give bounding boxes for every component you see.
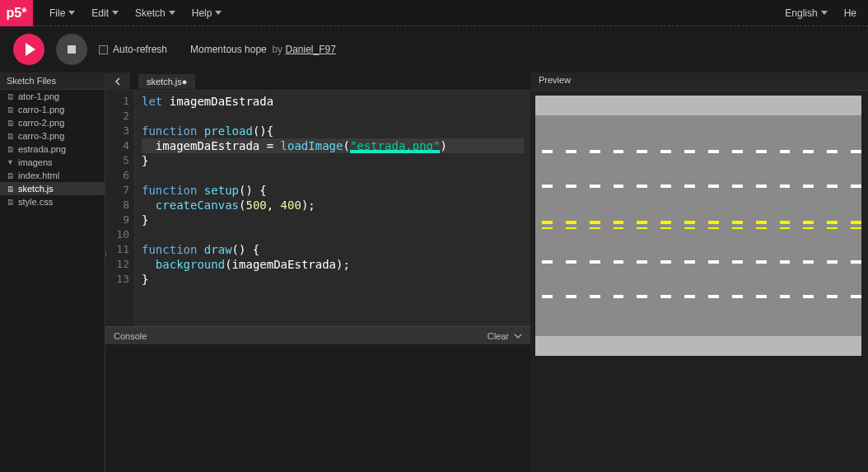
author-link[interactable]: Daniel_F97 xyxy=(285,44,335,55)
top-menu-bar: p5* File Edit Sketch Help English He xyxy=(0,0,868,26)
checkbox-icon xyxy=(99,45,108,54)
file-item[interactable]: 🗎estrada.png xyxy=(0,143,105,156)
chevron-down-icon xyxy=(169,11,175,15)
folder-icon: ▼ xyxy=(7,158,15,166)
by-text: by xyxy=(272,44,282,55)
play-button[interactable] xyxy=(13,34,44,65)
console-header: Console Clear xyxy=(105,326,530,344)
console-body[interactable] xyxy=(105,344,530,472)
chevron-down-icon xyxy=(68,11,75,15)
right-menu: English He xyxy=(778,2,868,24)
chevron-down-icon[interactable] xyxy=(514,332,522,340)
chevron-down-icon xyxy=(821,11,828,15)
file-name: carro-3.png xyxy=(18,131,64,141)
file-icon: 🗎 xyxy=(7,145,15,154)
tab-bar: sketch.js● xyxy=(105,72,530,91)
stop-button[interactable] xyxy=(56,34,87,65)
auto-refresh-label: Auto-refresh xyxy=(113,44,167,55)
chevron-down-icon xyxy=(112,11,119,15)
file-item[interactable]: ▼imagens xyxy=(0,156,105,169)
file-icon: 🗎 xyxy=(7,105,15,114)
chevron-left-icon xyxy=(114,77,122,86)
preview-panel: Preview xyxy=(530,72,868,472)
file-icon: 🗎 xyxy=(7,171,15,180)
lane-line xyxy=(535,185,861,188)
file-name: ator-1.png xyxy=(18,91,59,101)
dirty-indicator: ● xyxy=(182,77,188,86)
chevron-down-icon xyxy=(215,11,222,15)
file-item[interactable]: 🗎carro-2.png xyxy=(0,116,105,129)
file-icon: 🗎 xyxy=(7,119,15,128)
sketch-name[interactable]: Momentous hope xyxy=(190,44,267,55)
file-icon: 🗎 xyxy=(7,92,15,101)
file-item[interactable]: 🗎index.html xyxy=(0,169,105,182)
lane-line xyxy=(535,260,861,264)
file-name: sketch.js xyxy=(18,184,54,194)
file-name: carro-1.png xyxy=(18,105,64,114)
p5-logo[interactable]: p5* xyxy=(0,0,33,26)
file-icon: 🗎 xyxy=(7,132,15,141)
controls-bar: Auto-refresh Momentous hope by Daniel_F9… xyxy=(0,26,868,72)
file-item[interactable]: 🗎style.css xyxy=(0,195,105,208)
lane-line xyxy=(535,295,861,298)
console-label: Console xyxy=(114,331,147,341)
collapse-sidebar-button[interactable] xyxy=(105,72,130,91)
file-icon: 🗎 xyxy=(7,185,15,194)
menu-file[interactable]: File xyxy=(41,2,83,24)
tab-label: sketch.js xyxy=(147,77,182,86)
play-icon xyxy=(26,43,35,56)
auto-refresh-toggle[interactable]: Auto-refresh xyxy=(99,44,167,55)
file-item[interactable]: 🗎sketch.js xyxy=(0,182,105,195)
menu-language[interactable]: English xyxy=(778,2,833,24)
sidebar-header: Sketch Files xyxy=(0,72,105,90)
preview-canvas-wrap xyxy=(530,91,868,361)
editor-area: sketch.js● 12345678910111213 let imagemD… xyxy=(105,72,530,472)
code-content[interactable]: let imagemDaEstradafunction preload(){ i… xyxy=(135,91,530,326)
file-name: index.html xyxy=(18,171,59,180)
menu-edit[interactable]: Edit xyxy=(83,2,127,24)
center-line xyxy=(535,221,861,229)
stop-icon xyxy=(68,45,76,54)
main-area: Sketch Files 🗎ator-1.png🗎carro-1.png🗎car… xyxy=(0,72,868,472)
road-curb-top xyxy=(535,96,861,115)
preview-canvas xyxy=(535,96,861,356)
preview-header: Preview xyxy=(530,72,868,91)
menu-language-label: English xyxy=(785,7,817,19)
menu-sketch[interactable]: Sketch xyxy=(127,2,184,24)
console: Console Clear xyxy=(105,326,530,472)
file-item[interactable]: 🗎carro-1.png xyxy=(0,103,105,116)
lane-line xyxy=(535,150,861,153)
file-icon: 🗎 xyxy=(7,198,15,207)
code-editor[interactable]: 12345678910111213 let imagemDaEstradafun… xyxy=(105,91,530,326)
file-sidebar: Sketch Files 🗎ator-1.png🗎carro-1.png🗎car… xyxy=(0,72,105,472)
file-name: carro-2.png xyxy=(18,118,64,128)
file-list: 🗎ator-1.png🗎carro-1.png🗎carro-2.png🗎carr… xyxy=(0,90,105,208)
line-gutter: 12345678910111213 xyxy=(105,91,135,326)
menu-he[interactable]: He xyxy=(838,2,863,24)
console-actions: Clear xyxy=(488,331,522,341)
road-curb-bottom xyxy=(535,336,861,356)
file-name: style.css xyxy=(18,197,53,207)
main-menu: File Edit Sketch Help xyxy=(41,2,778,24)
menu-help-label: Help xyxy=(192,7,212,19)
file-item[interactable]: 🗎ator-1.png xyxy=(0,90,105,103)
menu-file-label: File xyxy=(49,7,65,19)
menu-he-label: He xyxy=(844,7,856,19)
sketch-title: Momentous hope by Daniel_F97 xyxy=(190,44,336,55)
editor-tab[interactable]: sketch.js● xyxy=(138,74,195,89)
menu-edit-label: Edit xyxy=(91,7,109,19)
file-item[interactable]: 🗎carro-3.png xyxy=(0,129,105,143)
menu-sketch-label: Sketch xyxy=(135,7,166,19)
file-name: estrada.png xyxy=(18,144,66,154)
console-clear-button[interactable]: Clear xyxy=(488,331,509,341)
menu-help[interactable]: Help xyxy=(184,2,231,24)
file-name: imagens xyxy=(18,157,53,167)
